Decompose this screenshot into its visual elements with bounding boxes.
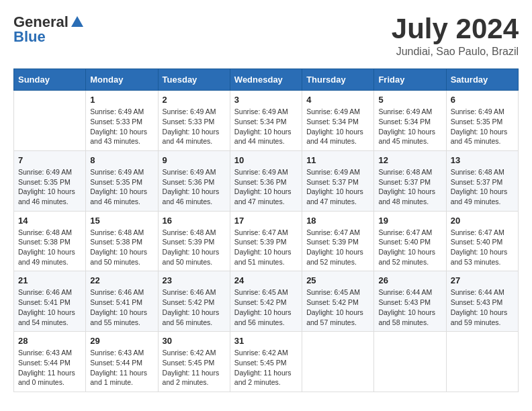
day-detail: Sunrise: 6:44 AMSunset: 5:43 PMDaylight:…	[451, 287, 514, 327]
day-detail: Sunrise: 6:48 AMSunset: 5:37 PMDaylight:…	[451, 167, 514, 207]
day-number: 20	[451, 216, 514, 226]
table-row: 17 Sunrise: 6:47 AMSunset: 5:39 PMDaylig…	[230, 211, 302, 271]
day-detail: Sunrise: 6:43 AMSunset: 5:44 PMDaylight:…	[90, 348, 153, 387]
day-detail: Sunrise: 6:47 AMSunset: 5:39 PMDaylight:…	[234, 228, 298, 267]
day-detail: Sunrise: 6:49 AMSunset: 5:35 PMDaylight:…	[90, 167, 153, 207]
table-row: 4 Sunrise: 6:49 AMSunset: 5:34 PMDayligh…	[302, 91, 374, 151]
logo-blue-text: Blue	[13, 28, 46, 46]
day-number: 17	[234, 216, 298, 226]
day-number: 13	[451, 155, 514, 165]
header-monday: Monday	[86, 69, 158, 91]
table-row: 20 Sunrise: 6:47 AMSunset: 5:40 PMDaylig…	[446, 211, 518, 271]
day-detail: Sunrise: 6:48 AMSunset: 5:38 PMDaylight:…	[18, 228, 81, 267]
day-number: 11	[306, 155, 369, 165]
calendar-location: Jundiai, Sao Paulo, Brazil	[392, 46, 519, 58]
day-number: 31	[234, 336, 298, 346]
table-row: 18 Sunrise: 6:47 AMSunset: 5:39 PMDaylig…	[302, 211, 374, 271]
day-detail: Sunrise: 6:49 AMSunset: 5:34 PMDaylight:…	[306, 107, 369, 146]
day-number: 1	[90, 95, 153, 105]
table-row: 28 Sunrise: 6:43 AMSunset: 5:44 PMDaylig…	[14, 332, 86, 392]
day-detail: Sunrise: 6:46 AMSunset: 5:41 PMDaylight:…	[90, 287, 153, 327]
day-number: 26	[378, 275, 441, 285]
day-detail: Sunrise: 6:43 AMSunset: 5:44 PMDaylight:…	[18, 348, 81, 387]
table-row	[446, 332, 518, 392]
day-number: 9	[163, 155, 226, 165]
day-detail: Sunrise: 6:49 AMSunset: 5:35 PMDaylight:…	[18, 167, 81, 207]
logo: General Blue	[13, 13, 85, 46]
day-detail: Sunrise: 6:49 AMSunset: 5:35 PMDaylight:…	[451, 107, 514, 146]
day-detail: Sunrise: 6:49 AMSunset: 5:33 PMDaylight:…	[90, 107, 153, 146]
day-number: 5	[378, 95, 441, 105]
day-detail: Sunrise: 6:49 AMSunset: 5:37 PMDaylight:…	[306, 167, 369, 207]
day-number: 19	[378, 216, 441, 226]
table-row: 31 Sunrise: 6:42 AMSunset: 5:45 PMDaylig…	[230, 332, 302, 392]
day-number: 16	[163, 216, 226, 226]
title-section: July 2024 Jundiai, Sao Paulo, Brazil	[392, 13, 519, 58]
day-number: 2	[163, 95, 226, 105]
calendar-header-row: Sunday Monday Tuesday Wednesday Thursday…	[14, 69, 519, 91]
calendar-table: Sunday Monday Tuesday Wednesday Thursday…	[13, 68, 519, 392]
day-number: 29	[90, 336, 153, 346]
table-row: 29 Sunrise: 6:43 AMSunset: 5:44 PMDaylig…	[86, 332, 158, 392]
table-row: 24 Sunrise: 6:45 AMSunset: 5:42 PMDaylig…	[230, 271, 302, 332]
day-detail: Sunrise: 6:45 AMSunset: 5:42 PMDaylight:…	[306, 287, 369, 327]
calendar-week-row: 1 Sunrise: 6:49 AMSunset: 5:33 PMDayligh…	[14, 91, 519, 151]
table-row: 19 Sunrise: 6:47 AMSunset: 5:40 PMDaylig…	[374, 211, 446, 271]
table-row: 25 Sunrise: 6:45 AMSunset: 5:42 PMDaylig…	[302, 271, 374, 332]
header-friday: Friday	[374, 69, 446, 91]
table-row: 2 Sunrise: 6:49 AMSunset: 5:33 PMDayligh…	[158, 91, 230, 151]
header-tuesday: Tuesday	[158, 69, 230, 91]
table-row: 13 Sunrise: 6:48 AMSunset: 5:37 PMDaylig…	[446, 150, 518, 211]
day-detail: Sunrise: 6:48 AMSunset: 5:39 PMDaylight:…	[163, 228, 226, 267]
calendar-week-row: 28 Sunrise: 6:43 AMSunset: 5:44 PMDaylig…	[14, 332, 519, 392]
day-detail: Sunrise: 6:49 AMSunset: 5:36 PMDaylight:…	[234, 167, 298, 207]
day-number: 7	[18, 155, 81, 165]
table-row: 11 Sunrise: 6:49 AMSunset: 5:37 PMDaylig…	[302, 150, 374, 211]
day-detail: Sunrise: 6:49 AMSunset: 5:34 PMDaylight:…	[234, 107, 298, 146]
day-detail: Sunrise: 6:46 AMSunset: 5:42 PMDaylight:…	[163, 287, 226, 327]
table-row: 7 Sunrise: 6:49 AMSunset: 5:35 PMDayligh…	[14, 150, 86, 211]
calendar-week-row: 21 Sunrise: 6:46 AMSunset: 5:41 PMDaylig…	[14, 271, 519, 332]
table-row: 14 Sunrise: 6:48 AMSunset: 5:38 PMDaylig…	[14, 211, 86, 271]
day-number: 3	[234, 95, 298, 105]
table-row: 27 Sunrise: 6:44 AMSunset: 5:43 PMDaylig…	[446, 271, 518, 332]
day-detail: Sunrise: 6:48 AMSunset: 5:38 PMDaylight:…	[90, 228, 153, 267]
day-number: 14	[18, 216, 81, 226]
calendar-week-row: 7 Sunrise: 6:49 AMSunset: 5:35 PMDayligh…	[14, 150, 519, 211]
day-number: 10	[234, 155, 298, 165]
day-number: 28	[18, 336, 81, 346]
day-number: 25	[306, 275, 369, 285]
table-row	[302, 332, 374, 392]
table-row: 16 Sunrise: 6:48 AMSunset: 5:39 PMDaylig…	[158, 211, 230, 271]
day-detail: Sunrise: 6:42 AMSunset: 5:45 PMDaylight:…	[163, 348, 226, 387]
table-row: 26 Sunrise: 6:44 AMSunset: 5:43 PMDaylig…	[374, 271, 446, 332]
day-number: 15	[90, 216, 153, 226]
day-number: 12	[378, 155, 441, 165]
header-thursday: Thursday	[302, 69, 374, 91]
logo-icon	[70, 15, 85, 30]
table-row: 22 Sunrise: 6:46 AMSunset: 5:41 PMDaylig…	[86, 271, 158, 332]
day-detail: Sunrise: 6:47 AMSunset: 5:40 PMDaylight:…	[451, 228, 514, 267]
table-row: 12 Sunrise: 6:48 AMSunset: 5:37 PMDaylig…	[374, 150, 446, 211]
day-number: 30	[163, 336, 226, 346]
day-number: 24	[234, 275, 298, 285]
day-number: 27	[451, 275, 514, 285]
day-number: 22	[90, 275, 153, 285]
day-detail: Sunrise: 6:49 AMSunset: 5:34 PMDaylight:…	[378, 107, 441, 146]
table-row: 8 Sunrise: 6:49 AMSunset: 5:35 PMDayligh…	[86, 150, 158, 211]
day-detail: Sunrise: 6:44 AMSunset: 5:43 PMDaylight:…	[378, 287, 441, 327]
day-detail: Sunrise: 6:46 AMSunset: 5:41 PMDaylight:…	[18, 287, 81, 327]
day-detail: Sunrise: 6:49 AMSunset: 5:36 PMDaylight:…	[163, 167, 226, 207]
day-number: 4	[306, 95, 369, 105]
table-row: 6 Sunrise: 6:49 AMSunset: 5:35 PMDayligh…	[446, 91, 518, 151]
day-detail: Sunrise: 6:42 AMSunset: 5:45 PMDaylight:…	[234, 348, 298, 387]
page-header: General Blue July 2024 Jundiai, Sao Paul…	[13, 13, 519, 58]
table-row: 10 Sunrise: 6:49 AMSunset: 5:36 PMDaylig…	[230, 150, 302, 211]
header-saturday: Saturday	[446, 69, 518, 91]
calendar-title: July 2024	[392, 13, 519, 44]
calendar-week-row: 14 Sunrise: 6:48 AMSunset: 5:38 PMDaylig…	[14, 211, 519, 271]
table-row: 30 Sunrise: 6:42 AMSunset: 5:45 PMDaylig…	[158, 332, 230, 392]
table-row: 9 Sunrise: 6:49 AMSunset: 5:36 PMDayligh…	[158, 150, 230, 211]
table-row: 15 Sunrise: 6:48 AMSunset: 5:38 PMDaylig…	[86, 211, 158, 271]
table-row	[374, 332, 446, 392]
